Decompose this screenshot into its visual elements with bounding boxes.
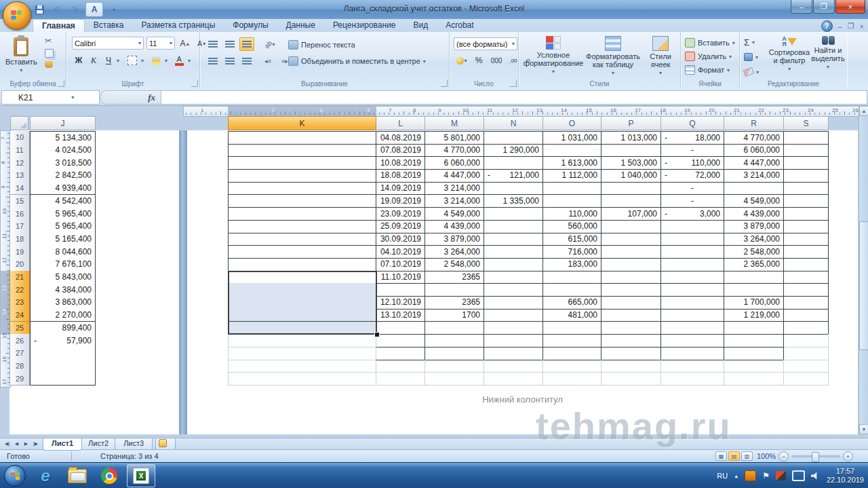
conditional-formatting-button[interactable]: Условное форматирование▾ xyxy=(526,33,581,75)
cell-L25[interactable] xyxy=(376,322,425,335)
cell-R29[interactable] xyxy=(724,372,784,386)
cell-S29[interactable] xyxy=(784,372,829,386)
cell-L18[interactable]: 30.09.2019 xyxy=(376,233,425,246)
cell-L29[interactable] xyxy=(376,372,425,386)
cell-N10[interactable] xyxy=(484,131,543,145)
cell-S20[interactable] xyxy=(784,258,829,271)
cell-O21[interactable] xyxy=(543,271,601,284)
cell-L12[interactable]: 10.08.2019 xyxy=(376,156,425,170)
cell-S10[interactable] xyxy=(784,131,829,145)
row-header-22[interactable]: 22 xyxy=(9,283,30,297)
cell-L21[interactable]: 11.10.2019 xyxy=(376,271,425,284)
cell-Q16[interactable]: -3,000 xyxy=(661,207,724,221)
cell-M24[interactable]: 1700 xyxy=(425,309,484,322)
cell-J24[interactable]: 2 270,000 xyxy=(30,309,96,322)
underline-button[interactable]: Ч xyxy=(102,54,115,67)
cell-Q25[interactable] xyxy=(661,322,724,335)
cell-O28[interactable] xyxy=(543,360,601,373)
cell-N14[interactable] xyxy=(484,182,543,195)
cell-O11[interactable] xyxy=(543,144,601,157)
cell-P27[interactable] xyxy=(601,347,661,360)
row-header-15[interactable]: 15 xyxy=(9,195,30,208)
cell-N16[interactable] xyxy=(484,207,543,221)
cell-O18[interactable]: 615,000 xyxy=(543,233,601,246)
ribbon-tab-Рецензирование[interactable]: Рецензирование xyxy=(324,19,405,32)
cell-P13[interactable]: 1 040,000 xyxy=(601,169,661,183)
format-cells-button[interactable]: Формат▾ xyxy=(685,64,730,76)
cell-S18[interactable] xyxy=(784,233,829,246)
row-header-21[interactable]: 21 xyxy=(9,271,30,284)
format-painter-button[interactable] xyxy=(45,61,53,68)
cell-P11[interactable] xyxy=(601,144,661,157)
cell-R24[interactable]: 1 219,000 xyxy=(724,309,784,322)
page-break-view-button[interactable]: ▥ xyxy=(741,451,753,461)
insert-cells-button[interactable]: Вставить▾ xyxy=(685,37,735,49)
cell-J10[interactable]: 5 134,300 xyxy=(30,131,96,145)
cell-L20[interactable]: 07.10.2019 xyxy=(376,258,425,271)
cell-Q21[interactable] xyxy=(661,271,724,284)
cell-P21[interactable] xyxy=(601,271,661,284)
column-header-j[interactable]: J xyxy=(30,116,96,130)
clear-button[interactable]: ▾ xyxy=(744,66,759,78)
cell-O19[interactable]: 716,000 xyxy=(543,245,601,259)
cell-S16[interactable] xyxy=(784,207,829,221)
cell-S23[interactable] xyxy=(784,296,829,309)
language-indicator[interactable]: RU xyxy=(717,472,728,480)
cell-R21[interactable] xyxy=(724,271,784,284)
scroll-down-icon[interactable]: ▼ xyxy=(859,424,868,434)
cell-S26[interactable] xyxy=(784,334,829,348)
cell-Q20[interactable] xyxy=(661,258,724,271)
cell-M25[interactable] xyxy=(425,322,484,335)
cell-J14[interactable]: 4 939,400 xyxy=(30,182,96,195)
column-header-l[interactable]: L xyxy=(376,116,425,130)
cell-S25[interactable] xyxy=(784,322,829,335)
cell-Q12[interactable]: -110,000 xyxy=(661,156,724,170)
font-dialog-launcher[interactable] xyxy=(191,80,198,87)
cell-N13[interactable]: -121,000 xyxy=(484,169,543,183)
column-header-o[interactable]: O xyxy=(543,116,601,130)
align-top-button[interactable] xyxy=(205,37,220,51)
cell-R26[interactable] xyxy=(724,334,784,348)
column-header-s[interactable]: S xyxy=(784,116,829,130)
cell-K28[interactable] xyxy=(228,360,376,373)
paste-button[interactable]: Вставить ▾ xyxy=(5,35,37,73)
cell-S21[interactable] xyxy=(784,271,829,284)
cell-L14[interactable]: 14.09.2019 xyxy=(376,182,425,195)
format-as-table-button[interactable]: Форматировать как таблицу▾ xyxy=(584,33,642,76)
cell-J20[interactable]: 7 676,100 xyxy=(30,258,96,271)
row-header-20[interactable]: 20 xyxy=(9,258,30,271)
name-box[interactable]: K21 ▾ xyxy=(1,90,100,105)
tray-clock[interactable]: 17:57 22.10.2019 xyxy=(827,467,864,485)
row-header-19[interactable]: 19 xyxy=(9,245,30,259)
cell-Q24[interactable] xyxy=(661,309,724,322)
column-header-n[interactable]: N xyxy=(484,116,543,130)
cell-O23[interactable]: 665,000 xyxy=(543,296,601,309)
zoom-level[interactable]: 100% xyxy=(757,452,776,460)
cell-S13[interactable] xyxy=(784,169,829,183)
cell-L11[interactable]: 07.08.2019 xyxy=(376,144,425,157)
name-box-arrow[interactable]: ▾ xyxy=(50,94,100,100)
cell-O16[interactable]: 110,000 xyxy=(543,207,601,221)
cell-Q17[interactable] xyxy=(661,220,724,233)
cell-Q26[interactable] xyxy=(661,334,724,348)
row-header-12[interactable]: 12 xyxy=(9,156,30,170)
page-layout-view-button[interactable]: ▤ xyxy=(728,451,740,461)
doc-close-button[interactable]: × xyxy=(860,22,864,31)
column-header-q[interactable]: Q xyxy=(661,116,724,130)
cell-S22[interactable] xyxy=(784,283,829,297)
number-format-select[interactable]: (все форматы)▾ xyxy=(454,37,517,50)
find-select-button[interactable]: Найти и выделить▾ xyxy=(810,33,846,70)
cell-O24[interactable]: 481,000 xyxy=(543,309,601,322)
cell-K16[interactable] xyxy=(228,207,376,221)
volume-icon[interactable] xyxy=(811,472,821,480)
decrease-indent-button[interactable]: ◂≡ xyxy=(260,54,275,68)
scroll-up-icon[interactable]: ▲ xyxy=(859,106,868,116)
save-button[interactable] xyxy=(33,3,46,16)
wrap-text-button[interactable]: Перенос текста xyxy=(288,39,355,51)
cell-P20[interactable] xyxy=(601,258,661,271)
cell-J19[interactable]: 8 044,600 xyxy=(30,245,96,259)
row-header-16[interactable]: 16 xyxy=(9,207,30,221)
cell-P26[interactable] xyxy=(601,334,661,348)
row-header-29[interactable]: 29 xyxy=(9,372,30,386)
cell-O13[interactable]: 1 112,000 xyxy=(543,169,601,183)
